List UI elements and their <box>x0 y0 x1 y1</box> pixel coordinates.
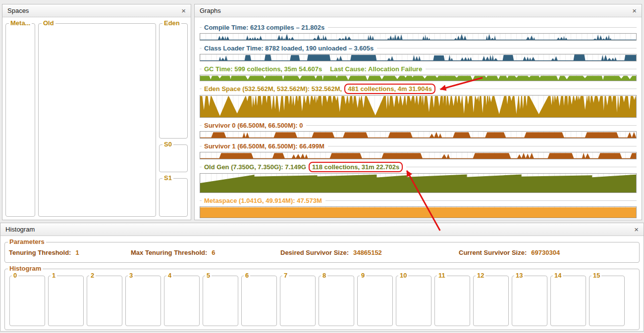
titled-border-line <box>439 89 637 89</box>
compile-time-graph <box>200 33 637 41</box>
graphs-close-icon[interactable]: × <box>632 7 637 14</box>
age-bin-label: 15 <box>591 272 601 279</box>
param-label: Desired Survivor Size: <box>280 249 349 256</box>
spaces-close-icon[interactable]: × <box>181 7 186 14</box>
histogram-titlebar: Histogram × <box>0 223 644 236</box>
titled-border-tick <box>200 27 202 28</box>
titled-border-tick <box>200 167 202 167</box>
graphs-content: Compile Time: 6213 compiles – 21.802s Cl… <box>195 17 642 220</box>
graph-row-old-gen: Old Gen (7.350G, 7.350G): 7.149G 118 col… <box>200 162 637 193</box>
histogram-content: Parameters Tenuring Threshold: 1 Max Ten… <box>0 236 644 332</box>
parameters-row: Tenuring Threshold: 1 Max Tenuring Thres… <box>5 242 639 262</box>
histogram-panel: Histogram × Parameters Tenuring Threshol… <box>0 223 644 332</box>
eden-space-graph-label: Eden Space (532.562M, 532.562M): 532.562… <box>204 85 342 93</box>
age-bin-5: 5 <box>203 276 238 326</box>
titled-border-line <box>377 48 637 48</box>
survivor1-label: Survivor 1 (66.500M, 66.500M): 66.499M <box>204 143 324 150</box>
age-bin-label: 5 <box>205 272 212 279</box>
age-bin-11: 11 <box>434 276 470 326</box>
old-gen-label: Old Gen (7.350G, 7.350G): 7.149G <box>204 163 306 171</box>
age-bin-4: 4 <box>164 276 200 326</box>
graph-row-metaspace: Metaspace (1.041G, 49.914M): 47.573M <box>200 195 637 218</box>
desired-survivor-size-param: Desired Survivor Size: 34865152 <box>280 249 459 256</box>
young-gen-column: Eden S0 S1 <box>159 23 188 217</box>
old-gen-graph <box>200 173 637 193</box>
eden-space-label: Eden <box>162 20 181 27</box>
age-bin-8: 8 <box>319 276 354 326</box>
survivor0-label: Survivor 0 (66.500M, 66.500M): 0 <box>204 122 303 129</box>
histogram-close-icon[interactable]: × <box>634 226 639 233</box>
parameters-box-label: Parameters <box>8 238 46 245</box>
parameters-box: Parameters Tenuring Threshold: 1 Max Ten… <box>4 242 640 263</box>
spaces-title: Spaces <box>7 7 29 14</box>
age-bins-row: 0 1 2 3 4 <box>6 274 638 326</box>
spaces-panel: Spaces × Meta... Old Eden S0 <box>2 4 191 220</box>
s1-space-box: S1 <box>159 178 188 217</box>
age-bin-label: 10 <box>398 272 408 279</box>
age-bin-1: 1 <box>48 276 84 326</box>
age-bin-2: 2 <box>87 276 122 326</box>
age-bin-label: 6 <box>244 272 250 279</box>
titled-border-tick <box>200 48 202 48</box>
class-loader-graph <box>200 54 637 61</box>
age-bin-label: 1 <box>51 272 57 279</box>
age-bin-13: 13 <box>512 276 547 326</box>
age-bin-label: 11 <box>437 272 447 279</box>
metaspace-graph <box>200 206 637 218</box>
age-bin-9: 9 <box>357 276 393 326</box>
age-bin-label: 13 <box>514 272 524 279</box>
age-bin-label: 0 <box>12 272 18 279</box>
age-bin-0: 0 <box>9 276 45 326</box>
param-value: 6 <box>212 249 215 256</box>
old-space-label: Old <box>42 20 55 27</box>
age-bin-10: 10 <box>396 276 431 326</box>
age-bin-14: 14 <box>550 276 586 326</box>
metaspace-graph-label: Metaspace (1.041G, 49.914M): 47.573M <box>204 197 322 204</box>
param-value: 1 <box>75 249 79 256</box>
titled-border-tick <box>200 146 202 146</box>
gc-time-graph <box>200 75 637 81</box>
titled-border-tick <box>200 200 202 201</box>
eden-space-box: Eden <box>159 23 188 139</box>
s0-space-label: S0 <box>162 141 173 148</box>
gc-time-label: GC Time: 599 collections, 35m 54.607s <box>204 65 322 73</box>
survivor1-graph <box>200 152 637 159</box>
titled-border-line <box>306 125 637 126</box>
age-bin-label: 12 <box>476 272 485 279</box>
graphs-panel: Graphs × Compile Time: 6213 compiles – 2… <box>194 4 642 220</box>
current-survivor-size-param: Current Survivor Size: 69730304 <box>459 249 560 256</box>
age-bin-label: 4 <box>166 272 173 279</box>
gc-last-cause-label: Last Cause: Allocation Failure <box>330 65 422 73</box>
param-value: 69730304 <box>531 249 560 256</box>
titled-border-tick <box>200 69 202 69</box>
graph-row-survivor-1: Survivor 1 (66.500M, 66.500M): 66.499M <box>200 141 637 159</box>
titled-border-line <box>325 200 637 201</box>
age-bin-label: 7 <box>282 272 289 279</box>
age-histogram-box-label: Histogram <box>8 265 43 272</box>
tenuring-threshold-param: Tenuring Threshold: 1 <box>9 249 131 256</box>
age-histogram-box: Histogram 0 1 2 3 <box>4 269 640 330</box>
titled-border-line <box>406 167 637 167</box>
titled-border-line <box>426 69 637 69</box>
titled-border-line <box>328 27 637 28</box>
graph-row-eden-space: Eden Space (532.562M, 532.562M): 532.562… <box>200 84 637 118</box>
param-label: Current Survivor Size: <box>459 249 527 256</box>
param-label: Max Tenuring Threshold: <box>131 249 207 256</box>
old-gen-collections-highlight: 118 collections, 31m 22.702s <box>309 162 403 172</box>
param-label: Tenuring Threshold: <box>9 249 71 256</box>
graph-row-survivor-0: Survivor 0 (66.500M, 66.500M): 0 <box>200 120 637 139</box>
age-bin-label: 9 <box>360 272 366 279</box>
spaces-titlebar: Spaces × <box>2 4 191 17</box>
graph-row-gc-time: GC Time: 599 collections, 35m 54.607s La… <box>200 64 637 81</box>
age-bin-label: 8 <box>321 272 327 279</box>
age-bin-label: 14 <box>553 272 563 279</box>
survivor0-graph <box>200 131 637 139</box>
age-bin-3: 3 <box>125 276 161 326</box>
age-bin-label: 2 <box>89 272 96 279</box>
graphs-titlebar: Graphs × <box>195 4 642 17</box>
compile-time-label: Compile Time: 6213 compiles – 21.802s <box>204 24 324 31</box>
age-bin-label: 3 <box>128 272 134 279</box>
histogram-title: Histogram <box>5 226 35 233</box>
age-bin-12: 12 <box>473 276 509 326</box>
max-tenuring-threshold-param: Max Tenuring Threshold: 6 <box>131 249 280 256</box>
